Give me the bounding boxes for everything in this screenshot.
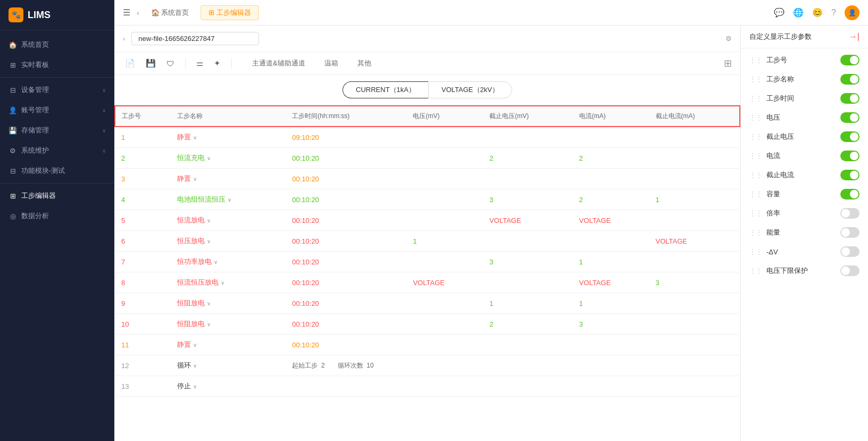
new-file-icon[interactable]: 📄 (123, 56, 137, 70)
step-name: 静置 ∨ (171, 169, 286, 189)
sidebar-item-label: 功能模块-测试 (21, 166, 106, 176)
file-back-button[interactable]: ‹ (123, 35, 125, 43)
table-row[interactable]: 1 静置 ∨ 09:10:20 (115, 127, 740, 148)
toolbar-separator (231, 58, 232, 69)
right-panel-header: 自定义显示工步参数 →| (741, 26, 868, 48)
param-toggle[interactable] (840, 227, 859, 238)
param-toggle[interactable] (840, 189, 859, 199)
right-panel-title: 自定义显示工步参数 (749, 32, 812, 41)
table-row[interactable]: 8 恒流恒压放电 ∨ 00:10:20 VOLTAGE VOLTAGE 3 (115, 272, 740, 293)
step-voltage (406, 210, 483, 231)
col-voltage: 电压(mV) (406, 106, 483, 127)
star-icon[interactable]: ✦ (212, 56, 223, 70)
step-cutoff-current: VOLTAGE (649, 231, 740, 252)
sidebar-item-realtime[interactable]: ⊞ 实时看板 (0, 55, 114, 75)
step-name: 恒功率放电 ∨ (171, 252, 286, 272)
tab-home[interactable]: 🏠 系统首页 (144, 6, 197, 20)
param-toggle[interactable] (840, 112, 859, 123)
home-tab-label: 系统首页 (161, 9, 189, 16)
col-step-num: 工步号 (115, 106, 171, 127)
table-row[interactable]: 10 恒阻放电 ∨ 00:10:20 2 3 (115, 314, 740, 335)
step-cutoff-current (649, 252, 740, 272)
col-step-name: 工步名称 (171, 106, 286, 127)
table-row[interactable]: 7 恒功率放电 ∨ 00:10:20 3 1 (115, 252, 740, 272)
globe-icon[interactable]: 🌐 (793, 7, 804, 18)
table-row[interactable]: 11 静置 ∨ 00:10:20 (115, 335, 740, 355)
table-row[interactable]: 12 循环 ∨ 起始工步 2循环次数 10 (115, 355, 740, 376)
step-cutoff-current: 3 (649, 272, 740, 293)
param-toggle[interactable] (840, 55, 859, 65)
emoji-icon[interactable]: 😊 (812, 7, 823, 18)
current-channel-button[interactable]: CURRENT（1kA） (343, 81, 428, 98)
param-toggle[interactable] (840, 265, 859, 276)
file-name-input[interactable] (131, 32, 259, 45)
settings-icon[interactable]: ⚙ (725, 35, 732, 43)
chevron-down-icon: ∨ (102, 128, 106, 134)
tab-other[interactable]: 其他 (350, 56, 379, 70)
param-toggle[interactable] (840, 170, 859, 180)
param-toggle[interactable] (840, 74, 859, 85)
sidebar-item-step-editor[interactable]: ⊞ 工步编辑器 (0, 186, 114, 206)
param-item: ⋮⋮ 工步时间 (741, 89, 868, 108)
step-time: 00:10:20 (286, 210, 406, 231)
param-toggle[interactable] (840, 151, 859, 161)
table-row[interactable]: 5 恒流放电 ∨ 00:10:20 VOLTAGE VOLTAGE (115, 210, 740, 231)
table-row[interactable]: 6 恒压放电 ∨ 00:10:20 1 VOLTAGE (115, 231, 740, 252)
sidebar-item-function[interactable]: ⊟ 功能模块-测试 (0, 161, 114, 181)
save-icon[interactable]: 💾 (144, 56, 158, 70)
table-row[interactable]: 9 恒阻放电 ∨ 00:10:20 1 1 (115, 293, 740, 314)
sidebar-item-analysis[interactable]: ◎ 数据分析 (0, 206, 114, 226)
menu-icon[interactable]: ☰ (123, 7, 130, 18)
nav-back-button[interactable]: ‹ (137, 9, 139, 17)
realtime-icon: ⊞ (9, 61, 17, 69)
avatar[interactable]: 👤 (845, 5, 859, 20)
drag-handle-icon: ⋮⋮ (749, 95, 762, 102)
param-item: ⋮⋮ 电流 (741, 146, 868, 165)
step-time: 00:10:20 (286, 169, 406, 189)
param-toggle[interactable] (840, 131, 859, 142)
sidebar-item-home[interactable]: 🏠 系统首页 (0, 35, 114, 55)
step-cutoff-current (649, 293, 740, 314)
param-toggle[interactable] (840, 93, 859, 104)
step-cutoff-current (649, 148, 740, 169)
tab-main-channel[interactable]: 主通道&辅助通道 (245, 56, 313, 70)
table-row[interactable]: 2 恒流充电 ∨ 00:10:20 2 2 (115, 148, 740, 169)
param-label: 工步时间 (766, 94, 836, 103)
sidebar-item-storage[interactable]: 💾 存储管理 ∨ (0, 120, 114, 140)
param-label: 截止电流 (766, 170, 836, 180)
center-panel: ‹ ⚙ 📄 💾 🛡 ⚌ ✦ 主通道&辅助通道 温箱 其他 ⊞ (114, 26, 740, 441)
collapse-panel-button[interactable]: →| (849, 32, 859, 41)
drag-handle-icon: ⋮⋮ (749, 152, 762, 160)
table-row[interactable]: 4 电池组恒流恒压 ∨ 00:10:20 3 2 1 (115, 189, 740, 210)
step-current (573, 127, 649, 148)
tab-step-editor[interactable]: ⊞ 工步编辑器 (201, 5, 259, 20)
sidebar-item-account[interactable]: 👤 账号管理 ∨ (0, 100, 114, 120)
filter-icon[interactable]: ⚌ (194, 56, 205, 70)
grid-view-icon[interactable]: ⊞ (724, 57, 732, 69)
param-toggle[interactable] (840, 246, 859, 257)
param-item: ⋮⋮ 工步号 (741, 51, 868, 70)
step-voltage (406, 314, 483, 335)
step-table: 工步号 工步名称 工步时间(hh:mm:ss) 电压(mV) 截止电压(mV) … (114, 105, 740, 397)
help-icon[interactable]: ? (831, 8, 836, 18)
table-row[interactable]: 13 停止 ∨ (115, 376, 740, 397)
step-time (286, 376, 406, 397)
sidebar-item-sysops[interactable]: ⚙ 系统维护 ∨ (0, 140, 114, 161)
tab-incubator[interactable]: 温箱 (317, 56, 346, 70)
param-label: 能量 (766, 228, 836, 237)
app-title: LIMS (28, 10, 51, 21)
step-name: 停止 ∨ (171, 376, 286, 397)
file-bar: ‹ ⚙ (114, 26, 740, 52)
param-toggle[interactable] (840, 208, 859, 219)
voltage-channel-button[interactable]: VOLTAGE（2kV） (428, 81, 512, 98)
step-voltage: VOLTAGE (406, 272, 483, 293)
shield-icon[interactable]: 🛡 (164, 57, 177, 70)
sidebar-divider (0, 77, 114, 78)
param-item: ⋮⋮ 工步名称 (741, 70, 868, 89)
step-cutoff-current: 1 (649, 189, 740, 210)
chat-icon[interactable]: 💬 (774, 7, 784, 18)
table-wrapper: 工步号 工步名称 工步时间(hh:mm:ss) 电压(mV) 截止电压(mV) … (114, 105, 740, 441)
sidebar-item-device[interactable]: ⊟ 设备管理 ∨ (0, 80, 114, 100)
table-row[interactable]: 3 静置 ∨ 00:10:20 (115, 169, 740, 189)
step-current: VOLTAGE (573, 272, 649, 293)
